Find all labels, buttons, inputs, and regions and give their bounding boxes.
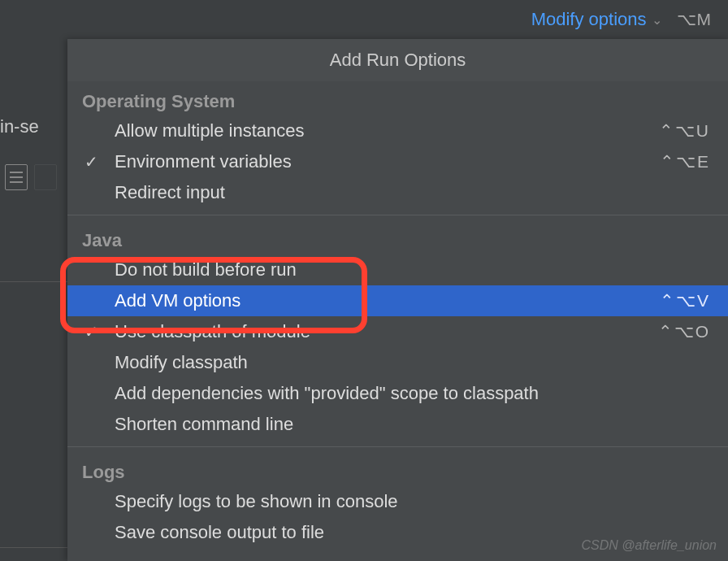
menu-item-use-classpath-of-module[interactable]: ✓ Use classpath of module ⌃⌥O [67,316,728,347]
panel-title: Add Run Options [67,39,728,81]
menu-item-allow-multiple-instances[interactable]: Allow multiple instances ⌃⌥U [67,115,728,146]
menu-item-shorten-command-line[interactable]: Shorten command line [67,409,728,440]
watermark-text: CSDN @afterlife_union [581,538,717,553]
menu-item-do-not-build[interactable]: Do not build before run [67,254,728,285]
section-divider [67,446,728,447]
top-bar: Modify options ⌄ ⌥M [0,0,728,39]
section-header-logs: Logs [67,452,728,486]
menu-item-label: Add dependencies with "provided" scope t… [115,383,710,404]
menu-item-label: Allow multiple instances [115,120,659,141]
section-header-os: Operating System [67,81,728,115]
menu-item-shortcut: ⌃⌥O [658,322,710,341]
left-truncated-text: in-se [0,116,39,137]
modify-options-label: Modify options [531,9,647,30]
left-divider-bottom [0,547,67,548]
menu-item-label: Redirect input [115,182,710,203]
menu-item-add-vm-options[interactable]: Add VM options ⌃⌥V [67,285,728,316]
menu-item-redirect-input[interactable]: Redirect input [67,177,728,208]
document-icon[interactable] [5,164,28,190]
menu-item-label: Environment variables [115,151,660,172]
menu-item-label: Specify logs to be shown in console [115,491,710,512]
menu-item-modify-classpath[interactable]: Modify classpath [67,347,728,378]
menu-item-label: Modify classpath [115,352,710,373]
check-icon: ✓ [67,152,115,172]
menu-item-label: Use classpath of module [115,321,658,342]
modify-options-shortcut: ⌥M [677,10,713,29]
check-icon: ✓ [67,322,115,341]
section-header-java: Java [67,220,728,254]
left-panel-background: in-se [0,39,67,561]
menu-item-specify-logs[interactable]: Specify logs to be shown in console [67,486,728,517]
menu-item-shortcut: ⌃⌥U [659,121,710,141]
menu-item-shortcut: ⌃⌥E [660,152,710,172]
menu-item-environment-variables[interactable]: ✓ Environment variables ⌃⌥E [67,146,728,177]
menu-item-label: Shorten command line [115,414,710,435]
menu-item-add-provided-dependencies[interactable]: Add dependencies with "provided" scope t… [67,378,728,409]
menu-item-label: Add VM options [115,290,660,311]
chevron-down-icon: ⌄ [652,12,662,28]
left-divider [0,281,67,282]
document-icon-secondary[interactable] [34,164,57,190]
modify-options-link[interactable]: Modify options ⌄ [531,9,662,30]
menu-item-label: Do not build before run [115,259,710,280]
left-icon-group [5,164,57,190]
menu-item-shortcut: ⌃⌥V [660,291,710,311]
add-run-options-panel: Add Run Options Operating System Allow m… [67,39,728,561]
section-divider [67,215,728,215]
